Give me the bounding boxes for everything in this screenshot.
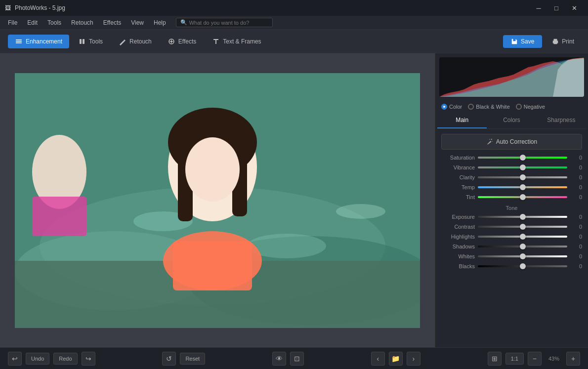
- tint-value: 0: [570, 194, 582, 200]
- highlights-row: Highlights 0: [435, 232, 588, 242]
- contrast-value: 0: [570, 224, 582, 230]
- reset-button[interactable]: Reset: [180, 353, 205, 365]
- shadows-value: 0: [570, 244, 582, 249]
- temp-track[interactable]: [478, 186, 567, 188]
- svg-rect-0: [16, 40, 22, 41]
- tools-button[interactable]: Tools: [71, 35, 110, 48]
- tab-colors[interactable]: Colors: [487, 113, 536, 128]
- temp-thumb[interactable]: [520, 184, 526, 190]
- menu-help[interactable]: Help: [150, 18, 170, 27]
- save-button[interactable]: Save: [503, 35, 542, 48]
- vibrance-row: Vibrance 0: [435, 163, 588, 172]
- tone-section-label: Tone: [435, 202, 588, 212]
- exposure-track[interactable]: [478, 216, 567, 218]
- svg-rect-3: [80, 39, 82, 44]
- save-icon: [511, 38, 518, 45]
- blacks-row: Blacks 0: [435, 261, 588, 271]
- exposure-row: Exposure 0: [435, 212, 588, 222]
- enhancement-label: Enhancement: [26, 38, 62, 45]
- color-mode-negative[interactable]: Negative: [516, 104, 545, 110]
- close-button[interactable]: ✕: [565, 0, 583, 16]
- exposure-label: Exposure: [441, 214, 475, 220]
- bw-radio-dot: [468, 104, 474, 110]
- undo-icon-btn[interactable]: ↩: [8, 352, 22, 366]
- menu-tools[interactable]: Tools: [43, 18, 65, 27]
- zoom-in-button[interactable]: +: [566, 352, 580, 366]
- prev-image-button[interactable]: ‹: [371, 352, 385, 366]
- zoom-fit-button[interactable]: 1:1: [505, 353, 524, 365]
- blacks-track[interactable]: [478, 265, 567, 267]
- redo-icon-btn[interactable]: ↪: [82, 352, 95, 366]
- highlights-thumb[interactable]: [520, 234, 526, 240]
- save-label: Save: [521, 38, 534, 45]
- saturation-thumb[interactable]: [520, 155, 526, 161]
- tint-label: Tint: [441, 194, 475, 200]
- reset-icon[interactable]: ↺: [162, 352, 176, 366]
- toolbar-right: Save Print: [503, 35, 580, 48]
- next-image-button[interactable]: ›: [407, 352, 420, 366]
- effects-icon: [168, 38, 175, 45]
- highlights-label: Highlights: [441, 234, 475, 240]
- effects-label: Effects: [178, 38, 196, 45]
- zoom-fit-label: 1:1: [511, 356, 518, 362]
- clarity-track[interactable]: [478, 176, 567, 178]
- blacks-thumb[interactable]: [520, 263, 526, 269]
- eye-icon[interactable]: 👁: [272, 352, 286, 366]
- contrast-track[interactable]: [478, 226, 567, 228]
- photo-svg: [15, 73, 420, 328]
- contrast-thumb[interactable]: [520, 224, 526, 230]
- folder-icon[interactable]: 📁: [389, 352, 403, 366]
- tab-main[interactable]: Main: [437, 113, 487, 128]
- zoom-out-button[interactable]: −: [528, 352, 542, 366]
- menu-view[interactable]: View: [127, 18, 148, 27]
- canvas-area[interactable]: [0, 53, 435, 347]
- undo-redo-group: ↩ Undo Redo ↪: [8, 352, 95, 366]
- temp-value: 0: [570, 184, 582, 190]
- clarity-row: Clarity 0: [435, 172, 588, 182]
- blacks-value: 0: [570, 263, 582, 269]
- print-button[interactable]: Print: [546, 35, 580, 48]
- sliders-section: Saturation 0 Vibrance 0 Clarity: [435, 153, 588, 202]
- whites-track[interactable]: [478, 255, 567, 257]
- color-mode-bw[interactable]: Black & White: [468, 104, 509, 110]
- photo-canvas[interactable]: [15, 73, 420, 328]
- retouch-button[interactable]: Retouch: [112, 35, 159, 48]
- minimize-button[interactable]: ─: [530, 0, 547, 16]
- temp-row: Temp 0: [435, 182, 588, 192]
- menu-effects[interactable]: Effects: [99, 18, 125, 27]
- enhancement-button[interactable]: Enhancement: [8, 35, 69, 48]
- undo-button[interactable]: Undo: [26, 353, 49, 365]
- split-view-icon[interactable]: ⊡: [290, 352, 304, 366]
- menu-retouch[interactable]: Retouch: [67, 18, 97, 27]
- exposure-thumb[interactable]: [520, 214, 526, 220]
- shadows-track[interactable]: [478, 246, 567, 247]
- svg-rect-15: [32, 197, 86, 236]
- redo-button[interactable]: Redo: [53, 353, 77, 365]
- menu-file[interactable]: File: [4, 18, 21, 27]
- fit-frame-icon[interactable]: ⊞: [488, 352, 502, 366]
- saturation-track[interactable]: [478, 157, 567, 159]
- clarity-thumb[interactable]: [520, 174, 526, 180]
- vibrance-thumb[interactable]: [520, 164, 526, 170]
- maximize-button[interactable]: □: [547, 0, 565, 16]
- highlights-track[interactable]: [478, 236, 567, 238]
- negative-radio-dot: [516, 104, 522, 110]
- effects-button[interactable]: Effects: [161, 35, 203, 48]
- color-mode-color[interactable]: Color: [441, 104, 462, 110]
- tint-track[interactable]: [478, 196, 567, 198]
- svg-rect-4: [83, 39, 84, 44]
- saturation-row: Saturation 0: [435, 153, 588, 163]
- whites-thumb[interactable]: [520, 253, 526, 259]
- vibrance-track[interactable]: [478, 166, 567, 168]
- color-mode: Color Black & White Negative: [435, 101, 588, 113]
- view-controls-group: 👁 ⊡: [272, 352, 304, 366]
- text-frames-label: Text & Frames: [223, 38, 261, 45]
- tab-sharpness[interactable]: Sharpness: [537, 113, 586, 128]
- menu-edit[interactable]: Edit: [23, 18, 42, 27]
- tint-thumb[interactable]: [520, 194, 526, 200]
- auto-correction-button[interactable]: Auto Correction: [441, 134, 582, 150]
- app-icon: 🖼: [5, 4, 11, 11]
- text-frames-button[interactable]: Text & Frames: [205, 35, 268, 48]
- shadows-thumb[interactable]: [520, 244, 526, 249]
- search-input[interactable]: [189, 20, 268, 26]
